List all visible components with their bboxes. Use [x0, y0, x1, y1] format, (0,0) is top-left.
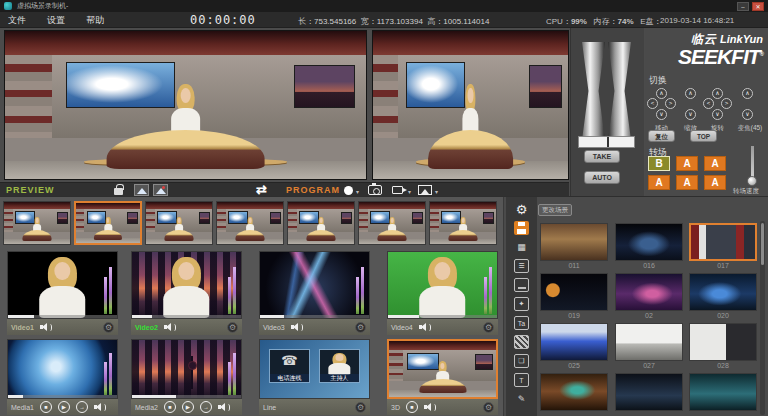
move-down-button[interactable]: ∨ — [656, 109, 667, 120]
video2-thumb[interactable] — [131, 251, 242, 319]
change-scene-button[interactable]: 更改场景 — [538, 204, 572, 216]
stream-caret-icon[interactable]: ▾ — [408, 188, 411, 195]
transition-a-button[interactable]: A — [676, 175, 698, 190]
play-button[interactable]: ▶ — [182, 401, 194, 413]
menu-settings[interactable]: 设置 — [47, 14, 65, 27]
playlist-icon[interactable]: ☰ — [514, 259, 529, 273]
take-button[interactable]: TAKE — [584, 150, 620, 163]
tbar-fader-handle[interactable] — [608, 42, 631, 140]
transition-speed-knob[interactable] — [747, 176, 757, 186]
phone-call-box[interactable]: ☎ 电话连线 — [269, 349, 310, 383]
swap-pvw-pgm-icon[interactable]: ⇄ — [256, 182, 267, 197]
rotate-right-button[interactable]: > — [721, 98, 732, 109]
camera-angle-thumb[interactable] — [287, 201, 355, 245]
speaker-icon[interactable] — [419, 323, 431, 332]
loop-button[interactable]: → — [76, 401, 88, 413]
loop-button[interactable]: → — [200, 401, 212, 413]
scene-thumb[interactable] — [540, 223, 608, 261]
speaker-icon[interactable] — [424, 403, 436, 412]
zoom-in-button[interactable]: ∧ — [742, 88, 753, 99]
record-caret-icon[interactable]: ▾ — [356, 188, 359, 195]
scene-scrollbar[interactable] — [760, 221, 765, 415]
scene-thumb-selected[interactable] — [689, 223, 757, 261]
media2-thumb[interactable] — [131, 339, 242, 399]
menu-file[interactable]: 文件 — [8, 14, 26, 27]
video3-thumb[interactable] — [259, 251, 370, 319]
scene-thumb[interactable] — [689, 273, 757, 311]
transition-a-button[interactable]: A — [704, 156, 726, 171]
speaker-icon[interactable] — [291, 323, 303, 332]
camera-angle-thumb[interactable] — [3, 201, 71, 245]
video1-thumb[interactable] — [7, 251, 118, 319]
gear-icon[interactable] — [483, 402, 494, 413]
gear-icon[interactable] — [355, 322, 366, 333]
move-right-button[interactable]: > — [665, 98, 676, 109]
lock-icon[interactable] — [114, 188, 123, 195]
text-style-icon[interactable]: Ta — [514, 316, 529, 330]
scene-thumb[interactable] — [540, 273, 608, 311]
rotate-down-button[interactable]: ∨ — [712, 109, 723, 120]
speaker-icon[interactable] — [164, 323, 176, 332]
tbar-fader-handle[interactable] — [582, 42, 605, 140]
scale-up-button[interactable]: ∧ — [685, 88, 696, 99]
chroma-key-icon[interactable] — [514, 335, 529, 349]
transition-a-button[interactable]: A — [704, 175, 726, 190]
transition-a-button[interactable]: A — [648, 175, 670, 190]
gear-icon[interactable] — [483, 322, 494, 333]
snapshot-a-icon[interactable] — [134, 184, 149, 196]
snapshot-b-icon[interactable] — [153, 184, 168, 196]
move-left-button[interactable]: < — [647, 98, 658, 109]
scrollbar-thumb[interactable] — [761, 223, 764, 265]
video4-thumb[interactable] — [387, 251, 498, 319]
scene-thumb[interactable] — [615, 373, 683, 411]
minimize-button[interactable]: – — [737, 2, 749, 11]
progress-bar[interactable] — [8, 315, 117, 318]
camera-angle-thumb[interactable] — [145, 201, 213, 245]
camera-angle-thumb-selected[interactable] — [74, 201, 142, 245]
picture-output-icon[interactable] — [418, 185, 432, 195]
gear-icon[interactable] — [103, 322, 114, 333]
line-thumb[interactable]: ☎ 电话连线 主持人 — [259, 339, 370, 399]
top-button[interactable]: TOP — [690, 130, 717, 142]
progress-bar[interactable] — [132, 395, 241, 398]
rotate-left-button[interactable]: < — [703, 98, 714, 109]
record-icon[interactable] — [344, 186, 353, 195]
gear-icon[interactable] — [355, 402, 366, 413]
media-3d-thumb-selected[interactable] — [387, 339, 498, 399]
speaker-icon[interactable] — [94, 403, 106, 412]
progress-bar[interactable] — [132, 315, 241, 318]
menu-help[interactable]: 帮助 — [86, 14, 104, 27]
scene-thumb[interactable] — [615, 273, 683, 311]
transition-a-button[interactable]: A — [676, 156, 698, 171]
scene-thumb[interactable] — [615, 223, 683, 261]
annotate-icon[interactable]: ✎ — [514, 392, 529, 406]
close-button[interactable]: ✕ — [752, 2, 764, 11]
progress-bar[interactable] — [388, 315, 497, 318]
auto-button[interactable]: AUTO — [584, 171, 620, 184]
scale-down-button[interactable]: ∨ — [685, 109, 696, 120]
stop-button[interactable]: ■ — [40, 401, 52, 413]
stop-button[interactable]: ■ — [406, 401, 418, 413]
play-button[interactable]: ▶ — [58, 401, 70, 413]
settings-gear-icon[interactable]: ⚙ — [514, 202, 529, 216]
picture-caret-icon[interactable]: ▾ — [435, 188, 438, 195]
scene-thumb[interactable] — [540, 323, 608, 361]
scene-thumb[interactable] — [615, 323, 683, 361]
zoom-out-button[interactable]: ∨ — [742, 109, 753, 120]
camera-angle-thumb[interactable] — [216, 201, 284, 245]
speaker-icon[interactable] — [40, 323, 52, 332]
scene-thumb[interactable] — [689, 373, 757, 411]
window-capture-icon[interactable]: ❏ — [514, 354, 529, 368]
gear-icon[interactable] — [227, 322, 238, 333]
save-scene-icon[interactable] — [514, 221, 529, 235]
camera-angle-thumb[interactable] — [358, 201, 426, 245]
media1-thumb[interactable] — [7, 339, 118, 399]
progress-bar[interactable] — [8, 395, 117, 398]
screenshot-camera-icon[interactable] — [368, 185, 382, 195]
stream-camera-icon[interactable] — [392, 186, 403, 194]
camera-angle-thumb[interactable] — [429, 201, 497, 245]
scene-thumb[interactable] — [689, 323, 757, 361]
stop-button[interactable]: ■ — [164, 401, 176, 413]
rotate-up-button[interactable]: ∧ — [712, 88, 723, 99]
scene-group-icon[interactable]: ▦ — [514, 240, 529, 254]
